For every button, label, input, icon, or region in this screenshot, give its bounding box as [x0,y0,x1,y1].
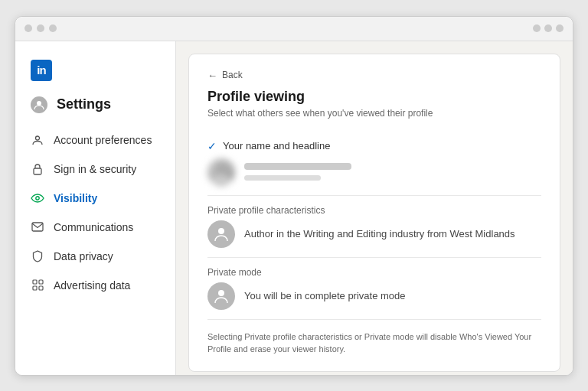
option-row-private-profile: Author in the Writing and Editing indust… [207,220,541,248]
svg-rect-4 [32,223,43,231]
section-label-private-profile: Private profile characteristics [207,205,541,216]
option-private-profile[interactable]: Private profile characteristics Author i… [207,196,541,258]
back-link[interactable]: ← Back [207,70,541,81]
lock-icon [31,162,44,176]
browser-titlebar [15,17,573,41]
control-circle-2 [544,24,552,32]
blurred-line-1 [244,163,351,170]
back-arrow-icon: ← [207,70,217,81]
sidebar-label-advertising-data: Advertising data [54,279,130,292]
sidebar-label-visibility: Visibility [54,192,97,204]
dot-maximize [49,24,57,32]
svg-point-1 [36,136,40,140]
main-content: ← Back Profile viewing Select what other… [176,41,573,375]
page-title: Profile viewing [207,89,541,105]
svg-point-9 [216,163,227,174]
svg-rect-7 [33,286,37,290]
shield-icon [31,249,44,263]
option-description-private-profile: Author in the Writing and Editing indust… [244,228,515,239]
page-subtitle: Select what others see when you've viewe… [207,108,541,119]
option-row-name [207,158,541,186]
back-label: Back [222,70,243,80]
sidebar-settings-title: Settings [15,96,175,125]
avatar-icon-private-profile [207,220,235,248]
content-card: ← Back Profile viewing Select what other… [188,54,560,372]
option-private-mode[interactable]: Private mode You will be in complete pri… [207,258,541,320]
sidebar-item-account-preferences[interactable]: Account preferences [15,125,175,155]
option-row-private-mode: You will be in complete private mode [207,282,541,310]
settings-title: Settings [57,96,111,112]
envelope-icon [31,220,44,234]
svg-rect-8 [39,286,43,290]
grid-icon [31,279,44,292]
sidebar-header: in [15,54,175,96]
person-icon [31,133,44,147]
option-your-name[interactable]: ✓ Your name and headline [207,131,541,196]
option-description-private-mode: You will be in complete private mode [244,290,406,301]
blurred-line-2 [244,175,321,181]
window-dots [24,24,57,32]
sidebar-item-sign-security[interactable]: Sign in & security [15,155,175,184]
user-avatar-small [31,96,47,113]
browser-body: in Settings [15,41,573,375]
svg-rect-2 [34,168,41,174]
eye-icon [31,191,44,205]
svg-rect-5 [33,280,37,284]
svg-rect-6 [39,280,43,284]
sidebar-item-data-privacy[interactable]: Data privacy [15,242,175,271]
sidebar-label-data-privacy: Data privacy [54,250,113,262]
dot-minimize [37,24,44,32]
sidebar-item-advertising-data[interactable]: Advertising data [15,271,175,300]
check-icon: ✓ [207,140,217,152]
sidebar-item-visibility[interactable]: Visibility [15,184,175,213]
option-label-name: Your name and headline [223,140,330,152]
browser-window: in Settings [15,16,573,376]
svg-point-11 [218,290,224,296]
blurred-text-block [244,163,351,181]
option-header-name: ✓ Your name and headline [207,140,541,152]
footer-note: Selecting Private profile characteristic… [207,331,541,356]
svg-point-0 [37,101,41,106]
sidebar-label-sign-security: Sign in & security [54,163,136,175]
svg-point-3 [36,196,39,199]
control-circle-3 [556,24,564,32]
avatar-icon-private-mode [207,282,235,310]
avatar-blurred [207,158,235,186]
sidebar-label-account-preferences: Account preferences [54,134,152,146]
sidebar-label-communications: Communications [54,221,133,233]
dot-close [24,24,32,32]
svg-point-10 [218,228,224,234]
browser-controls [533,24,564,32]
sidebar: in Settings [15,41,176,375]
sidebar-item-communications[interactable]: Communications [15,213,175,242]
section-label-private-mode: Private mode [207,267,541,278]
control-circle-1 [533,24,541,32]
linkedin-logo: in [31,60,52,81]
